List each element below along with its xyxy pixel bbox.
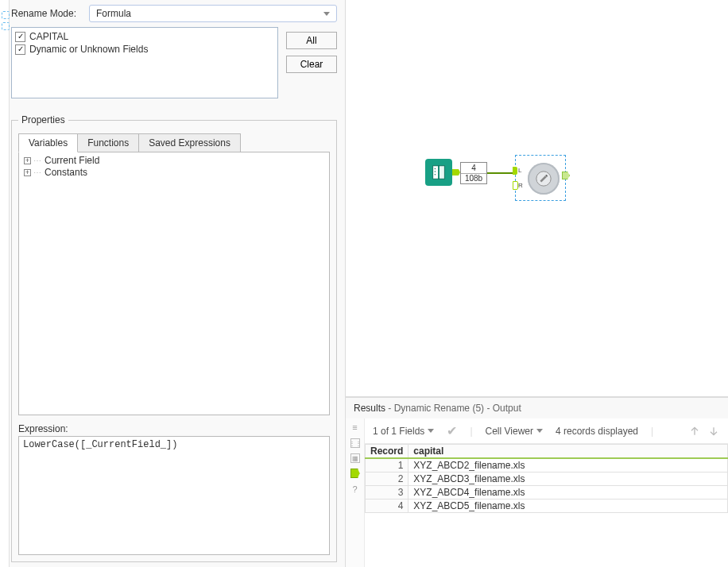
properties-fieldset: Properties Variables Functions Saved Exp… <box>11 114 337 562</box>
results-toolbar: 1 of 1 Fields ✔ | Cell Viewer 4 records … <box>365 418 728 444</box>
chevron-down-icon <box>536 429 543 433</box>
results-gutter: ≡ ⋮⋮ ▦ ? <box>346 418 365 567</box>
connection-line <box>487 172 515 174</box>
cell-viewer-dropdown[interactable]: Cell Viewer <box>486 426 543 437</box>
value-cell: XYZ_ABCD4_filename.xls <box>409 486 728 499</box>
properties-legend: Properties <box>18 114 68 125</box>
table-row[interactable]: 3XYZ_ABCD4_filename.xls <box>366 486 728 499</box>
checkmark-icon: ✔ <box>447 423 457 438</box>
chevron-down-icon <box>323 12 330 16</box>
fields-list[interactable]: ✓ CAPITAL ✓ Dynamic or Unknown Fields <box>11 27 278 98</box>
help-icon[interactable]: ? <box>350 484 361 495</box>
list-icon[interactable]: ≡ <box>350 422 361 433</box>
rename-mode-label: Rename Mode: <box>11 8 84 19</box>
right-panel: 4 108b L R Results - Dynamic Rename (5) … <box>346 0 728 567</box>
record-cell: 3 <box>366 486 409 499</box>
input-tool[interactable] <box>425 159 452 186</box>
active-view-icon[interactable] <box>350 469 360 478</box>
tree-label: Constants <box>45 167 87 179</box>
fields-dropdown[interactable]: 1 of 1 Fields <box>373 426 434 437</box>
checkbox-icon[interactable]: ✓ <box>15 32 25 42</box>
record-cell: 1 <box>366 458 409 472</box>
tab-saved-expressions[interactable]: Saved Expressions <box>138 133 241 152</box>
rename-mode-dropdown[interactable]: Formula <box>89 5 337 22</box>
value-cell: XYZ_ABCD3_filename.xls <box>409 472 728 486</box>
tree-dots-icon: ⋯ <box>33 167 42 179</box>
expand-icon[interactable]: + <box>24 157 31 164</box>
results-subtitle: - Dynamic Rename (5) - Output <box>385 403 521 414</box>
expression-editor[interactable]: LowerCase([_CurrentField_]) <box>18 436 330 555</box>
fields-dd-label: 1 of 1 Fields <box>373 426 424 437</box>
table-row[interactable]: 4XYZ_ABCD5_filename.xls <box>366 499 728 513</box>
layout-icon[interactable]: ▦ <box>350 453 360 463</box>
port-label-r: R <box>518 182 523 189</box>
metadata-icon[interactable]: ⋮⋮ <box>350 438 360 448</box>
separator: | <box>651 426 653 437</box>
expression-label: Expression: <box>18 423 330 434</box>
config-panel: Rename Mode: Formula ✓ CAPITAL ✓ Dynamic… <box>0 0 346 567</box>
svg-point-3 <box>435 171 436 172</box>
port-label-l: L <box>518 167 521 174</box>
value-cell: XYZ_ABCD5_filename.xls <box>409 499 728 513</box>
arrow-up-icon[interactable] <box>688 425 701 438</box>
properties-tabs: Variables Functions Saved Expressions <box>18 133 330 152</box>
col-header-capital[interactable]: capital <box>409 445 728 459</box>
svg-point-2 <box>435 168 436 169</box>
col-header-record[interactable]: Record <box>366 445 409 459</box>
left-edge-strip <box>0 0 10 567</box>
checkbox-icon[interactable]: ✓ <box>15 44 25 55</box>
tree-item[interactable]: + ⋯ Constants <box>21 167 327 179</box>
output-anchor-icon <box>562 172 570 179</box>
field-row[interactable]: ✓ Dynamic or Unknown Fields <box>15 43 274 56</box>
results-table[interactable]: Record capital 1XYZ_ABCD2_filename.xls2X… <box>365 444 728 513</box>
field-label: Dynamic or Unknown Fields <box>29 43 148 56</box>
all-button[interactable]: All <box>286 32 337 49</box>
variable-tree[interactable]: + ⋯ Current Field + ⋯ Constants <box>18 152 330 415</box>
arrow-down-icon[interactable] <box>707 425 720 438</box>
dynamic-rename-icon <box>528 163 560 195</box>
stats-bytes: 108b <box>461 174 486 183</box>
separator: | <box>470 426 472 437</box>
table-row[interactable]: 1XYZ_ABCD2_filename.xls <box>366 458 728 472</box>
field-label: CAPITAL <box>29 30 68 43</box>
viewer-dd-label: Cell Viewer <box>486 426 533 437</box>
workflow-canvas[interactable]: 4 108b L R <box>346 0 728 397</box>
stats-rows: 4 <box>461 164 486 174</box>
tree-dots-icon: ⋯ <box>33 155 42 167</box>
record-cell: 2 <box>366 472 409 486</box>
clear-button[interactable]: Clear <box>286 56 337 73</box>
results-title: Results <box>354 403 385 414</box>
value-cell: XYZ_ABCD2_filename.xls <box>409 458 728 472</box>
tree-label: Current Field <box>45 155 99 167</box>
svg-point-4 <box>435 174 436 175</box>
expand-icon[interactable]: + <box>24 169 31 176</box>
tab-variables[interactable]: Variables <box>18 133 78 152</box>
records-count-text: 4 records displayed <box>556 426 638 437</box>
record-cell: 4 <box>366 499 409 513</box>
rename-mode-value: Formula <box>96 8 131 19</box>
output-anchor-icon <box>452 169 460 176</box>
results-header: Results - Dynamic Rename (5) - Output <box>346 398 728 418</box>
results-panel: Results - Dynamic Rename (5) - Output ≡ … <box>346 397 728 567</box>
connection-stats: 4 108b <box>460 162 487 184</box>
tab-functions[interactable]: Functions <box>77 133 139 152</box>
tree-item[interactable]: + ⋯ Current Field <box>21 155 327 167</box>
chevron-down-icon <box>428 429 434 433</box>
book-icon <box>430 164 447 181</box>
dynamic-rename-tool[interactable]: L R <box>515 155 566 201</box>
field-row[interactable]: ✓ CAPITAL <box>15 30 274 43</box>
table-row[interactable]: 2XYZ_ABCD3_filename.xls <box>366 472 728 486</box>
